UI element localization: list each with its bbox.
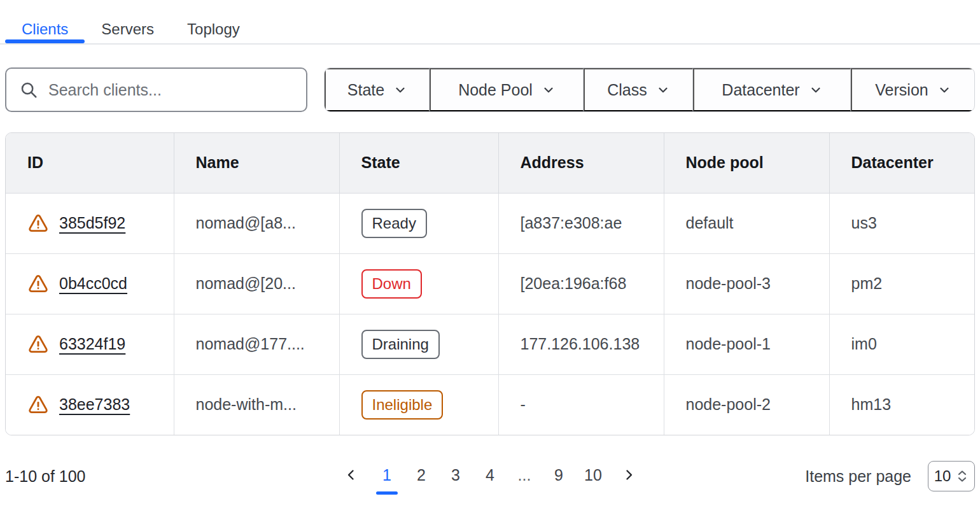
filter-state[interactable]: State [325,68,430,111]
table-footer: 1-10 of 100 1 2 3 4 ... 9 10 Items per p… [5,435,975,505]
next-page-button[interactable] [615,461,643,489]
client-datacenter: pm2 [829,253,975,314]
page-button-9[interactable]: 9 [546,461,571,489]
client-address: [20ea:196a:f68 [498,253,664,314]
filter-group: State Node Pool Class Datacenter Version [324,67,975,112]
client-name: node-with-m... [174,374,339,435]
result-range-label: 1-10 of 100 [5,467,86,486]
status-badge: Ready [361,209,427,238]
chevron-down-icon [937,83,951,97]
status-badge: Draining [361,330,440,359]
client-address: [a837:e308:ae [498,193,664,253]
client-address: 177.126.106.138 [498,314,664,374]
filter-class[interactable]: Class [584,68,693,111]
table-row: 38ee7383 node-with-m... Ineligible - nod… [6,374,975,435]
client-datacenter: us3 [829,193,975,253]
client-id-link[interactable]: 38ee7383 [59,395,130,414]
controls-row: State Node Pool Class Datacenter Version [5,67,975,112]
page-button-2[interactable]: 2 [409,461,434,489]
page-button-10[interactable]: 10 [580,461,606,489]
chevron-down-icon [542,83,556,97]
page-button-4[interactable]: 4 [477,461,503,489]
col-header-datacenter: Datacenter [829,133,975,193]
search-box[interactable] [5,67,307,112]
clients-table: ID Name State Address Node pool Datacent… [5,132,975,435]
client-name: nomad@[a8... [174,193,339,253]
filter-class-label: Class [607,81,647,99]
page-button-1[interactable]: 1 [374,461,400,489]
col-header-node-pool: Node pool [664,133,829,193]
warning-icon [27,394,49,416]
client-id-link[interactable]: 0b4cc0cd [59,274,127,293]
items-per-page-value: 10 [934,467,951,485]
client-node-pool: node-pool-3 [664,253,829,314]
client-id-link[interactable]: 63324f19 [59,335,125,353]
warning-icon [27,213,49,234]
table-row: 63324f19 nomad@177.... Draining 177.126.… [6,314,975,374]
col-header-address: Address [498,133,664,193]
filter-version-label: Version [875,81,928,99]
client-id-link[interactable]: 385d5f92 [59,214,125,232]
table-header-row: ID Name State Address Node pool Datacent… [6,133,975,193]
table-row: 0b4cc0cd nomad@[20... Down [20ea:196a:f6… [6,253,975,314]
prev-page-button[interactable] [337,461,365,489]
tab-servers[interactable]: Servers [85,14,171,45]
tab-bar: Clients Servers Toplogy [0,0,980,45]
client-node-pool: default [664,193,829,253]
search-input[interactable] [48,81,293,99]
chevron-right-icon [621,467,636,483]
pagination: 1 2 3 4 ... 9 10 [337,461,643,489]
chevron-left-icon [344,467,359,483]
chevron-down-icon [809,83,823,97]
search-icon [19,80,38,99]
client-address: - [498,374,664,435]
client-node-pool: node-pool-1 [664,314,829,374]
status-badge: Ineligible [361,390,444,420]
client-name: nomad@[20... [174,253,339,314]
filter-state-label: State [347,81,384,99]
page-button-3[interactable]: 3 [443,461,468,489]
filter-node-pool-label: Node Pool [458,81,533,99]
items-per-page-select[interactable]: 10 [928,461,975,491]
client-datacenter: im0 [829,314,975,374]
filter-datacenter-label: Datacenter [722,81,799,99]
tab-clients[interactable]: Clients [5,14,85,45]
col-header-state: State [339,133,498,193]
tab-topology[interactable]: Toplogy [171,14,256,45]
items-per-page: Items per page 10 [805,461,975,491]
filter-node-pool[interactable]: Node Pool [430,68,584,111]
page-ellipsis: ... [512,461,537,489]
tabs: Clients Servers Toplogy [0,14,980,45]
client-datacenter: hm13 [829,374,975,435]
client-node-pool: node-pool-2 [664,374,829,435]
status-badge: Down [361,269,422,299]
up-down-chevron-icon [956,469,969,484]
filter-version[interactable]: Version [851,68,974,111]
warning-icon [27,273,49,295]
items-per-page-label: Items per page [805,467,911,486]
chevron-down-icon [656,83,670,97]
chevron-down-icon [393,83,407,97]
filter-datacenter[interactable]: Datacenter [693,68,851,111]
client-name: nomad@177.... [174,314,339,374]
table-row: 385d5f92 nomad@[a8... Ready [a837:e308:a… [6,193,975,253]
warning-icon [27,334,49,355]
col-header-id: ID [6,133,174,193]
col-header-name: Name [174,133,339,193]
